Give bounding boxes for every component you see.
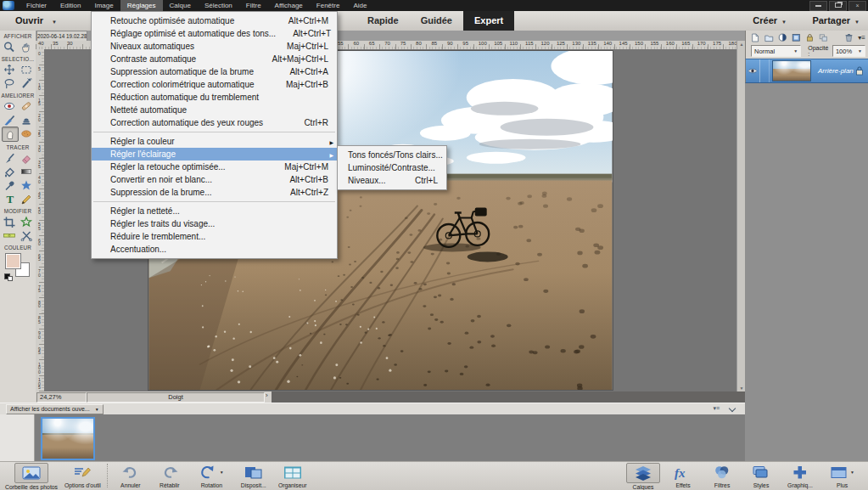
submenu-item[interactable]: Luminosité/Contraste... xyxy=(338,161,446,174)
lock-icon[interactable] xyxy=(805,32,816,43)
menubar-item-sélection[interactable]: Sélection xyxy=(198,0,239,11)
graphiq-button[interactable]: Graphiq... xyxy=(781,462,820,488)
submenu-item[interactable]: Tons foncés/Tons clairs... xyxy=(338,149,446,161)
effets-button[interactable]: fxEffets xyxy=(664,462,703,488)
restore-button[interactable] xyxy=(829,1,847,11)
menubar-item-aide[interactable]: Aide xyxy=(346,0,373,11)
spot-healing-tool[interactable] xyxy=(19,99,34,113)
marquee-tool[interactable] xyxy=(19,63,34,76)
organiseur-button[interactable]: Organiseur xyxy=(273,462,312,488)
menu-item[interactable]: Correction automatique des yeux rougesCt… xyxy=(92,116,337,129)
opacity-select[interactable]: 100%▼ xyxy=(832,45,865,57)
eyedropper-tool[interactable] xyxy=(2,178,17,192)
menu-item[interactable]: Régler les traits du visage... xyxy=(92,217,337,230)
eraser-tool[interactable] xyxy=(19,151,34,165)
close-button[interactable]: × xyxy=(848,1,866,11)
brush-tool[interactable] xyxy=(2,151,17,165)
tab-rapide[interactable]: Rapide xyxy=(356,11,410,31)
disposit-button[interactable]: Disposit... xyxy=(234,462,273,488)
menu-item[interactable]: Niveaux automatiquesMaj+Ctrl+L xyxy=(92,40,337,53)
layer-thumbnail[interactable] xyxy=(772,60,811,82)
minimize-button[interactable] xyxy=(809,1,827,11)
layer-visibility-eye-icon[interactable] xyxy=(746,59,760,82)
ruler-tick-label: 105 xyxy=(36,378,43,389)
menu-item[interactable]: Contraste automatiqueAlt+Maj+Ctrl+L xyxy=(92,53,337,65)
bin-menu-icon[interactable]: ▾≡ xyxy=(713,405,720,412)
cookie-cutter-tool[interactable] xyxy=(19,215,34,228)
pencil-tool[interactable] xyxy=(19,192,34,206)
filtres-button[interactable]: Filtres xyxy=(703,462,742,488)
type-tool[interactable]: T xyxy=(2,192,17,206)
submenu-item[interactable]: Niveaux...Ctrl+L xyxy=(338,174,446,187)
new-layer-icon[interactable] xyxy=(751,32,762,43)
menu-item[interactable]: Réduction automatique du tremblement xyxy=(92,91,337,104)
menubar-item-filtre[interactable]: Filtre xyxy=(239,0,268,11)
plus-button[interactable]: ▼Plus xyxy=(820,462,865,488)
annuler-button[interactable]: Annuler xyxy=(111,462,150,488)
smudge-tool[interactable] xyxy=(2,127,19,142)
styles-button[interactable]: Styles xyxy=(742,462,781,488)
fill-layer-icon[interactable] xyxy=(792,32,803,43)
panel-menu-icon[interactable]: ▾≡ xyxy=(858,34,865,42)
menubar-item-image[interactable]: Image xyxy=(87,0,120,11)
menubar-item-calque[interactable]: Calque xyxy=(163,0,198,11)
tab-expert[interactable]: Expert xyxy=(463,11,514,31)
menubar-item-fichier[interactable]: Fichier xyxy=(20,0,53,11)
link-layers-icon[interactable] xyxy=(819,32,830,43)
menubar-item-affichage[interactable]: Affichage xyxy=(268,0,310,11)
r-tablir-button[interactable]: Rétablir xyxy=(150,462,189,488)
sponge-tool[interactable] xyxy=(19,127,34,140)
recompose-tool[interactable] xyxy=(19,228,34,242)
zoom-tool[interactable] xyxy=(2,40,17,54)
smart-brush-tool[interactable] xyxy=(2,113,17,127)
foreground-color-swatch[interactable] xyxy=(5,253,21,269)
hand-tool[interactable] xyxy=(19,40,34,54)
trash-icon[interactable] xyxy=(844,32,855,43)
menu-item[interactable]: Accentuation... xyxy=(92,243,337,256)
new-group-icon[interactable] xyxy=(764,32,776,43)
menu-item[interactable]: Régler la couleur▶ xyxy=(92,135,337,148)
tab-guidée[interactable]: Guidée xyxy=(410,11,463,31)
open-button[interactable]: Ouvrir▼ xyxy=(7,14,65,28)
menu-item[interactable]: Suppression automatique de la brumeAlt+C… xyxy=(92,65,337,78)
status-expander-icon[interactable]: › xyxy=(266,391,268,399)
menubar-item-edition[interactable]: Edition xyxy=(53,0,87,11)
share-button[interactable]: Partager▼ xyxy=(812,11,860,32)
collapse-bin-icon[interactable] xyxy=(729,405,736,412)
red-eye-tool[interactable] xyxy=(2,99,17,113)
blend-mode-select[interactable]: Normal▼ xyxy=(751,45,801,57)
menu-item[interactable]: Correction colorimétrique automatiqueMaj… xyxy=(92,78,337,91)
clone-stamp-tool[interactable] xyxy=(19,113,34,127)
move-tool[interactable] xyxy=(2,63,17,76)
corbeille-des-photos-button[interactable]: Corbeille des photos xyxy=(2,462,61,490)
photo-bin-thumbnail[interactable] xyxy=(41,417,95,460)
adjustment-layer-icon[interactable] xyxy=(778,32,789,43)
menu-item[interactable]: Netteté automatique xyxy=(92,104,337,116)
menubar-item-fenêtre[interactable]: Fenêtre xyxy=(310,0,347,11)
create-button[interactable]: Créer▼ xyxy=(753,11,787,32)
menu-item[interactable]: Régler l'éclairage▶ xyxy=(92,148,337,161)
crop-tool[interactable] xyxy=(2,215,17,228)
options-d-outil-button[interactable]: Options d'outil xyxy=(61,462,104,488)
menu-item[interactable]: Réglage optimisé et automatique des tons… xyxy=(92,27,337,40)
default-colors-icon[interactable] xyxy=(4,273,12,280)
layer-name[interactable]: Arrière-plan xyxy=(818,67,855,75)
lasso-tool[interactable] xyxy=(2,76,17,90)
menu-item[interactable]: Régler la netteté... xyxy=(92,205,337,217)
rotation-button[interactable]: ▼Rotation xyxy=(189,462,234,488)
menu-item[interactable]: Régler la retouche optimisée...Maj+Ctrl+… xyxy=(92,161,337,173)
shape-tool[interactable] xyxy=(19,178,34,192)
menu-item[interactable]: Suppression de la brume...Alt+Ctrl+Z xyxy=(92,186,337,199)
zoom-level-field[interactable]: 24,27% xyxy=(36,392,87,403)
gradient-tool[interactable] xyxy=(19,165,34,178)
paint-bucket-tool[interactable] xyxy=(2,165,17,178)
menubar-item-réglages[interactable]: Réglages xyxy=(120,0,163,11)
menu-item[interactable]: Réduire le tremblement... xyxy=(92,230,337,243)
straighten-tool[interactable] xyxy=(2,228,17,242)
calques-button[interactable]: Calques xyxy=(623,462,664,490)
menu-item[interactable]: Convertir en noir et blanc...Alt+Ctrl+B xyxy=(92,173,337,186)
layer-row[interactable]: Arrière-plan xyxy=(745,59,868,83)
quick-selection-tool[interactable] xyxy=(19,76,34,90)
menu-item[interactable]: Retouche optimisée automatiqueAlt+Ctrl+M xyxy=(92,14,337,27)
show-open-documents-button[interactable]: Afficher les documents ouve...▼ xyxy=(6,404,104,414)
